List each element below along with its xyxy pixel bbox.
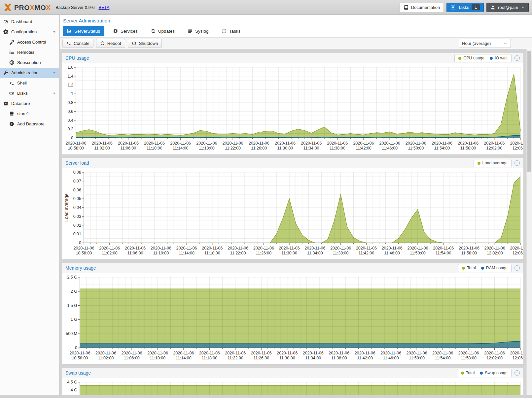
collapse-panel-button[interactable] xyxy=(514,370,520,376)
svg-text:11:02:00: 11:02:00 xyxy=(98,356,114,360)
sidebar-item-subscription[interactable]: Subscription xyxy=(0,57,59,68)
svg-text:11:06:00: 11:06:00 xyxy=(127,251,143,255)
book-icon xyxy=(404,5,408,10)
undo-icon xyxy=(100,41,105,46)
product-name: Backup Server 0.9-6 xyxy=(55,5,95,10)
sidebar-item-shell[interactable]: Shell xyxy=(0,78,59,88)
sidebar-item-administration[interactable]: Administration xyxy=(0,68,59,78)
collapse-panel-button[interactable] xyxy=(514,55,520,61)
sidebar-item-disks[interactable]: Disks xyxy=(0,88,59,98)
sidebar-item-label: Datastore xyxy=(11,101,30,106)
documentation-button[interactable]: Documentation xyxy=(400,3,444,12)
tab-syslog[interactable]: Syslog xyxy=(184,26,213,36)
svg-text:2020-11-06: 2020-11-06 xyxy=(484,246,505,250)
svg-text:0.07: 0.07 xyxy=(73,179,81,183)
sidebar-item-dashboard[interactable]: Dashboard xyxy=(0,17,59,27)
svg-text:11:30:00: 11:30:00 xyxy=(281,251,297,255)
legend-item-total[interactable]: Total xyxy=(461,371,475,375)
tab-label: Updates xyxy=(158,29,175,34)
sidebar-item-configuration[interactable]: Configuration xyxy=(0,27,59,37)
svg-text:11:50:00: 11:50:00 xyxy=(408,146,424,150)
collapse-panel-button[interactable] xyxy=(514,265,520,271)
wordmark-segment: PRO xyxy=(14,4,30,11)
memory-usage-panel: Memory usageTotalRAM usage0500 M1 G1.5 G… xyxy=(62,263,524,365)
legend-item-swap-usage[interactable]: Swap usage xyxy=(480,371,508,375)
scrollbar-thumb[interactable] xyxy=(527,51,531,172)
svg-text:2020-11-06: 2020-11-06 xyxy=(327,141,348,146)
svg-text:11:10:00: 11:10:00 xyxy=(150,356,166,360)
svg-text:11:06:00: 11:06:00 xyxy=(120,146,136,150)
legend-label: Swap usage xyxy=(485,371,508,375)
svg-text:2020-11-06: 2020-11-06 xyxy=(510,246,523,250)
sidebar-item-store1[interactable]: store1 xyxy=(0,109,59,119)
cpu-usage-legend: CPU usageIO wait xyxy=(454,54,512,62)
svg-text:2020-11-06: 2020-11-06 xyxy=(459,246,479,250)
legend-dot xyxy=(481,267,484,270)
proxmox-brand: PROXMOX Backup Server 0.9-6 BETA xyxy=(3,3,109,12)
legend-item-cpu-usage[interactable]: CPU usage xyxy=(458,56,484,60)
svg-text:1.6: 1.6 xyxy=(68,65,73,70)
svg-text:2020-11-06: 2020-11-06 xyxy=(202,246,223,250)
svg-text:2020-11-06: 2020-11-06 xyxy=(458,141,479,146)
svg-text:2020-11-06: 2020-11-06 xyxy=(329,351,349,355)
panel-title: Memory usage xyxy=(65,265,96,271)
remotes-icon xyxy=(9,50,14,55)
svg-text:1.5 G: 1.5 G xyxy=(67,303,77,308)
server-load-chart-body: 00.010.020.030.040.050.060.070.082020-11… xyxy=(62,168,523,259)
svg-text:2020-11-06: 2020-11-06 xyxy=(228,246,248,250)
svg-text:11:18:00: 11:18:00 xyxy=(199,146,215,150)
tab-label: Services xyxy=(121,29,138,34)
svg-text:2020-11-06: 2020-11-06 xyxy=(432,351,453,355)
wrench-icon xyxy=(3,70,8,75)
toolbar-button-label: Shutdown xyxy=(139,41,158,46)
legend-item-load-average[interactable]: Load average xyxy=(478,161,508,165)
proxmox-wordmark: PROXMOX xyxy=(14,4,51,11)
sidebar-item-remotes[interactable]: Remotes xyxy=(0,47,59,57)
collapse-panel-button[interactable] xyxy=(514,160,520,166)
svg-text:11:06:00: 11:06:00 xyxy=(124,356,140,360)
legend-item-io-wait[interactable]: IO wait xyxy=(490,56,508,60)
svg-text:0.6: 0.6 xyxy=(68,109,73,114)
sidebar-item-label: store1 xyxy=(17,111,29,116)
svg-text:11:14:00: 11:14:00 xyxy=(176,356,192,360)
legend-item-ram-usage[interactable]: RAM usage xyxy=(481,266,508,270)
svg-text:2020-11-06: 2020-11-06 xyxy=(118,141,139,146)
svg-text:11:14:00: 11:14:00 xyxy=(179,251,195,255)
svg-text:1 G: 1 G xyxy=(71,317,77,322)
svg-text:2020-11-06: 2020-11-06 xyxy=(304,246,325,250)
sidebar-item-label: Dashboard xyxy=(11,19,32,24)
svg-text:11:38:00: 11:38:00 xyxy=(330,146,345,150)
sidebar-item-datastore[interactable]: Datastore xyxy=(0,98,59,109)
svg-text:2020-11-06: 2020-11-06 xyxy=(199,351,220,355)
tab-tasks[interactable]: Tasks xyxy=(218,26,245,36)
timeframe-select[interactable]: Hour (average) xyxy=(459,39,511,48)
svg-text:2020-11-06: 2020-11-06 xyxy=(147,351,168,355)
vertical-scrollbar[interactable] xyxy=(526,49,532,398)
reboot-button[interactable]: Reboot xyxy=(96,39,125,48)
svg-text:2020-11-06: 2020-11-06 xyxy=(99,246,120,250)
caret-right-icon xyxy=(52,91,56,95)
beta-link[interactable]: BETA xyxy=(98,5,109,10)
console-button[interactable]: Console xyxy=(62,39,93,48)
svg-text:2020-11-06: 2020-11-06 xyxy=(223,141,243,146)
user-menu-button[interactable]: root@pam xyxy=(486,3,529,12)
sidebar-item-add-datastore[interactable]: Add Datastore xyxy=(0,119,59,129)
shutdown-button[interactable]: Shutdown xyxy=(128,39,162,48)
sidebar-item-access-control[interactable]: Access Control xyxy=(0,37,59,47)
chevron-down-icon xyxy=(521,5,525,9)
legend-dot xyxy=(490,57,493,60)
legend-item-total[interactable]: Total xyxy=(462,266,476,270)
tab-serverstatus[interactable]: ServerStatus xyxy=(63,26,104,36)
svg-text:11:58:00: 11:58:00 xyxy=(461,356,477,360)
svg-text:11:46:00: 11:46:00 xyxy=(384,251,400,255)
legend-label: Total xyxy=(467,266,476,270)
svg-text:2020-11-06: 2020-11-06 xyxy=(407,351,427,355)
svg-text:2020-11-06: 2020-11-06 xyxy=(173,351,194,355)
tab-updates[interactable]: Updates xyxy=(147,26,179,36)
terminal-icon xyxy=(9,81,14,85)
tasks-list-icon xyxy=(450,5,455,10)
toolbar: ConsoleRebootShutdownHour (average) xyxy=(60,37,532,49)
tasks-button[interactable]: Tasks 1 xyxy=(446,3,484,12)
legend-dot xyxy=(458,57,461,60)
tab-services[interactable]: Services xyxy=(109,26,142,36)
